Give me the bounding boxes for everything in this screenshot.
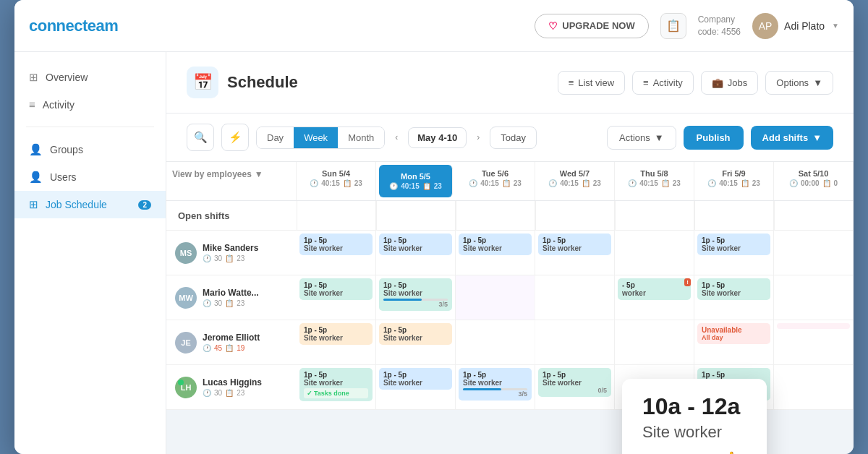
view-by-chevron-icon: ▼ — [255, 169, 263, 179]
lucas-wed: 1p - 5p Site worker 0/5 — [535, 365, 615, 409]
grid-icon: ⊞ — [29, 71, 38, 84]
shift-tag[interactable]: 1p - 5p Site worker — [538, 234, 611, 255]
sidebar-item-activity[interactable]: ≡ Activity — [14, 91, 166, 118]
publish-button[interactable]: Publish — [684, 126, 744, 150]
view-by-label: View by employees ▼ — [172, 169, 290, 179]
shift-tag[interactable]: 1p - 5p Site worker 3/5 — [379, 278, 452, 311]
today-button[interactable]: Today — [490, 127, 537, 149]
job-schedule-icon: ⊞ — [29, 198, 38, 211]
mario-meta: 🕐30 📋23 — [203, 299, 259, 307]
shift-tag[interactable]: 1p - 5p Site worker — [459, 234, 532, 255]
sidebar-item-job-schedule[interactable]: ⊞ Job Schedule 2 — [14, 191, 166, 218]
next-arrow[interactable]: › — [474, 132, 482, 142]
shift-tag[interactable]: 1p - 5p Site worker — [299, 278, 373, 300]
activity-button[interactable]: ≡ Activity — [632, 71, 694, 95]
open-shift-wed — [535, 201, 615, 230]
jerome-sun: 1p - 5p Site worker — [297, 320, 376, 364]
clock-icon: 🕐 — [203, 299, 211, 307]
mario-sat — [774, 275, 854, 320]
wed-meta: 🕐40:15 📋23 — [541, 179, 608, 187]
list-view-button[interactable]: ≡ List view — [558, 71, 625, 95]
job-schedule-badge: 2 — [138, 200, 151, 210]
mario-mon: 1p - 5p Site worker 3/5 — [376, 275, 456, 320]
thu-label: Thu 5/8 — [621, 169, 688, 178]
open-shifts-label: Open shifts — [166, 201, 297, 230]
groups-icon: 👤 — [29, 143, 43, 156]
cursor-icon: 👆 — [642, 450, 746, 454]
sidebar-item-users[interactable]: 👤 Users — [14, 163, 166, 191]
sidebar-item-overview[interactable]: ⊞ Overview — [14, 64, 166, 91]
lucas-tue: 1p - 5p Site worker 3/5 — [456, 365, 535, 409]
view-by-header: View by employees ▼ — [166, 162, 297, 200]
options-button[interactable]: Options ▼ — [765, 71, 833, 95]
day-tab[interactable]: Day — [257, 127, 294, 148]
mike-meta: 🕐30 📋23 — [203, 254, 258, 262]
actions-button[interactable]: Actions ▼ — [607, 126, 676, 150]
shift-count: 3/5 — [463, 390, 527, 398]
shift-tag[interactable]: 1p - 5p Site worker 3/5 — [459, 368, 532, 401]
sidebar-item-groups-label: Groups — [50, 144, 83, 155]
shift-tag[interactable] — [777, 323, 850, 329]
week-tab[interactable]: Week — [294, 127, 338, 148]
prev-arrow[interactable]: ‹ — [392, 132, 401, 142]
tooltip-time: 10a - 12a — [642, 393, 746, 420]
options-chevron-icon: ▼ — [813, 77, 822, 88]
clock-icon: 🕐 — [310, 179, 318, 187]
shift-tag[interactable]: 1p - 5p Site worker — [697, 278, 770, 300]
tue-meta: 🕐40:15 📋23 — [461, 179, 529, 187]
shift-tag[interactable]: 1p - 5p Site worker — [379, 368, 452, 390]
lucas-sat — [774, 365, 854, 409]
date-range[interactable]: May 4-10 — [408, 127, 467, 148]
shift-tag[interactable]: 1p - 5p Site worker — [697, 234, 770, 255]
clock-icon: 🕐 — [203, 254, 211, 262]
mario-info: MW Mario Watte... 🕐30 📋23 — [166, 275, 297, 320]
company-info: Company code: 4556 — [698, 14, 741, 38]
shift-tag[interactable]: - 5p worker — [618, 278, 691, 300]
add-shifts-button[interactable]: Add shifts ▼ — [751, 126, 833, 150]
shift-tag[interactable]: 1p - 5p Site worker — [379, 234, 452, 255]
mike-thu — [615, 231, 694, 275]
open-shifts-row: Open shifts — [166, 201, 854, 231]
mario-name: Mario Watte... — [203, 288, 259, 298]
activity-label: Activity — [653, 77, 683, 88]
shift-tag[interactable]: 1p - 5p Site worker 0/5 — [538, 368, 611, 397]
shift-tag[interactable]: 1p - 5p Site worker ✓Tasks done — [299, 368, 373, 401]
view-tabs: Day Week Month — [256, 127, 385, 149]
schedule-icon: 📅 — [187, 67, 218, 98]
shifts-count-icon: 📋 — [582, 179, 590, 187]
shift-tag[interactable]: 1p - 5p Site worker — [299, 323, 373, 345]
jerome-avatar: JE — [175, 332, 197, 354]
users-icon: 👤 — [29, 171, 43, 184]
lucas-sun: 1p - 5p Site worker ✓Tasks done — [297, 365, 376, 409]
mario-tue — [456, 275, 535, 320]
employee-row-mario: MW Mario Watte... 🕐30 📋23 — [166, 275, 854, 320]
open-shift-sun — [297, 201, 376, 230]
mike-sat — [774, 231, 854, 275]
open-shift-tue — [456, 201, 535, 230]
logo: connecteam — [29, 17, 118, 35]
user-info[interactable]: AP Adi Plato ▼ — [752, 13, 839, 39]
help-button[interactable]: 📋 — [660, 13, 686, 39]
lucas-name: Lucas Higgins — [203, 377, 262, 387]
clock-icon: 🕐 — [789, 179, 798, 187]
actions-chevron-icon: ▼ — [655, 132, 664, 143]
mike-name: Mike Sanders — [203, 243, 258, 253]
upgrade-button[interactable]: ♡ UPGRADE NOW — [535, 14, 648, 38]
shifts-icon: 📋 — [225, 344, 234, 352]
view-by-text: View by employees — [172, 169, 252, 179]
jerome-info: JE Jerome Elliott 🕐45 📋19 — [166, 320, 297, 364]
month-tab[interactable]: Month — [338, 127, 384, 148]
jobs-button[interactable]: 💼 Jobs — [701, 71, 758, 95]
sidebar-item-groups[interactable]: 👤 Groups — [14, 136, 166, 163]
open-shift-fri — [694, 201, 774, 230]
sun-label: Sun 5/4 — [302, 169, 370, 178]
search-button[interactable]: 🔍 — [187, 124, 214, 151]
filter-button[interactable]: ⚡ — [221, 124, 249, 151]
mike-avatar: MS — [175, 242, 197, 264]
shift-tag[interactable]: 1p - 5p Site worker — [299, 234, 373, 255]
shift-tag[interactable]: 1p - 5p Site worker — [379, 323, 452, 345]
topbar-right: ♡ UPGRADE NOW 📋 Company code: 4556 AP Ad… — [535, 13, 839, 39]
jerome-name: Jerome Elliott — [203, 333, 260, 343]
thu-meta: 🕐40:15 📋23 — [621, 179, 688, 187]
open-shift-mon — [376, 201, 456, 230]
